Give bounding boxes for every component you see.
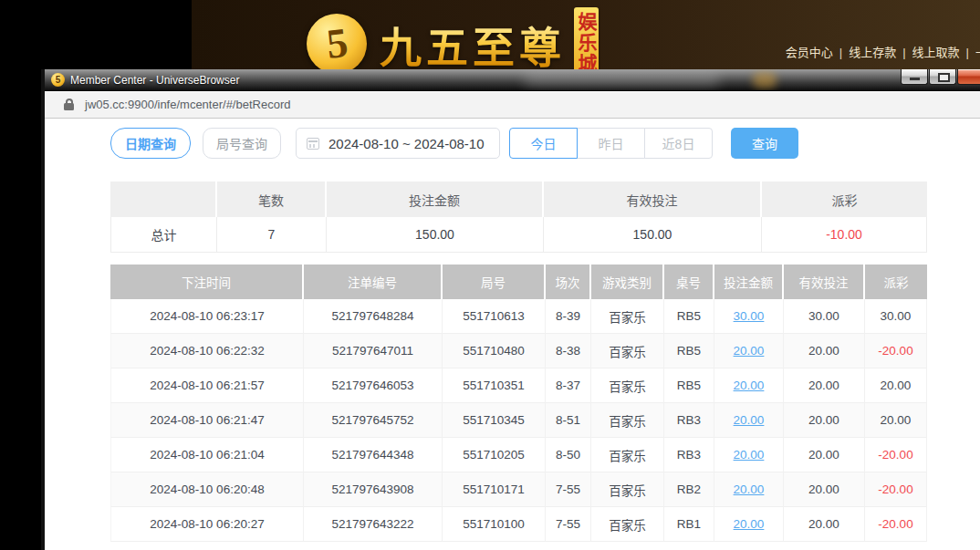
cell-game_type: 百家乐 [591,403,664,438]
browser-window: 5 Member Center - UniverseBrowser ✕ jw05… [41,69,980,550]
col-header-session: 场次 [546,265,591,299]
nav-link[interactable]: 线上存款 [849,46,896,59]
window-controls: ✕ [901,69,980,85]
round-query-button[interactable]: 局号查询 [203,128,281,159]
cell-bet_amount[interactable]: 20.00 [714,507,784,542]
cell-session: 8-51 [546,403,591,438]
col-header-payout: 派彩 [762,182,927,217]
cell-payout: 20.00 [865,403,927,438]
cell-game_type: 百家乐 [591,368,664,403]
address-bar[interactable]: jw05.cc:9900/infe/mcenter/#/betRecord [45,91,980,119]
cell-valid_bet: 20.00 [784,507,865,542]
cell-session: 8-50 [546,438,591,472]
cell-payout: -20.00 [865,334,927,368]
cell-game_type: 百家乐 [591,507,664,542]
cell-round_id: 551710351 [443,368,546,403]
cell-payout: -20.00 [865,472,927,507]
date-query-button[interactable]: 日期查询 [110,128,191,159]
cell-table_no: RB5 [664,368,714,403]
cell-time: 2024-08-10 06:20:27 [110,507,304,542]
last8days-button[interactable]: 近8日 [644,128,713,159]
cell-game_type: 百家乐 [591,334,664,368]
cell-round_id: 551710171 [443,472,546,507]
window-titlebar[interactable]: 5 Member Center - UniverseBrowser ✕ [45,69,980,91]
search-button[interactable]: 查询 [731,128,798,159]
col-header-bet_amount: 投注金额 [327,182,544,217]
page-content: 日期查询 局号查询 2024-08-10 ~ 2024-08-10 今日 昨日 … [45,119,980,550]
col-header-valid_bet: 有效投注 [784,265,865,299]
cell-valid_bet: 20.00 [784,403,865,438]
cell-round_id: 551710345 [443,403,546,438]
cell-bet_amount[interactable]: 20.00 [714,472,784,507]
cell-bet_id: 521797645752 [304,403,443,438]
cell-session: 7-55 [546,472,591,507]
cell-time: 2024-08-10 06:21:47 [110,403,304,438]
window-title: Member Center - UniverseBrowser [70,74,239,87]
col-header-valid_bet: 有效投注 [544,182,762,217]
cell-game_type: 百家乐 [591,472,664,507]
cell-payout: 20.00 [865,368,927,403]
cell-round_id: 551710100 [443,507,546,542]
top-nav: 会员中心|线上存款|线上取款|一 [786,43,980,60]
cell-session: 8-39 [546,299,591,334]
col-header-label [110,182,217,217]
cell-bet_id: 521797647011 [304,334,443,368]
cell-time: 2024-08-10 06:21:04 [110,438,304,472]
cell-table_no: RB3 [664,403,714,438]
bet-record-row: 2024-08-10 06:21:47521797645752551710345… [110,403,927,438]
cell-time: 2024-08-10 06:23:17 [110,299,304,334]
cell-table_no: RB1 [664,507,714,542]
logo-number: 5 [324,18,349,68]
cell-bet_amount[interactable]: 20.00 [714,368,784,403]
cell-round_id: 551710480 [443,334,546,368]
date-range-value: 2024-08-10 ~ 2024-08-10 [328,136,485,151]
col-header-game_type: 游戏类别 [591,265,664,299]
yesterday-button[interactable]: 昨日 [577,128,645,159]
nav-link[interactable]: 线上取款 [912,46,960,59]
maximize-button[interactable] [929,69,956,85]
col-header-time: 下注时间 [110,265,304,299]
col-header-bet_id: 注单编号 [304,265,443,299]
date-range-input[interactable]: 2024-08-10 ~ 2024-08-10 [296,128,500,159]
lock-icon [64,103,74,110]
bet-records-table: 下注时间注单编号局号场次游戏类别桌号投注金额有效投注派彩2024-08-10 0… [110,265,927,542]
nav-separator: | [966,46,969,59]
nav-link[interactable]: 一 [975,46,980,59]
cell-game_type: 百家乐 [591,438,664,472]
aero-glass-blur [753,72,777,88]
today-button[interactable]: 今日 [509,128,578,159]
cell-valid_bet: 150.00 [544,217,762,253]
nav-separator: | [902,46,905,59]
bet-record-row: 2024-08-10 06:20:27521797643222551710100… [110,507,927,542]
close-button[interactable]: ✕ [957,69,980,85]
cell-payout: 30.00 [865,299,927,334]
cell-bet_id: 521797646053 [304,368,443,403]
cell-payout: -20.00 [865,438,927,472]
bet-record-row: 2024-08-10 06:21:57521797646053551710351… [110,368,927,403]
minimize-button[interactable] [901,69,928,85]
cell-bet_amount[interactable]: 20.00 [714,334,784,368]
bet-record-row: 2024-08-10 06:21:04521797644348551710205… [110,438,927,472]
cell-round_id: 551710613 [443,299,546,334]
cell-bet_amount[interactable]: 20.00 [714,438,784,472]
aero-glass-blur [524,74,720,87]
cell-bet_amount[interactable]: 20.00 [714,403,784,438]
calendar-icon [307,138,319,150]
cell-bet_id: 521797644348 [304,438,443,472]
url-text[interactable]: jw05.cc:9900/infe/mcenter/#/betRecord [85,98,290,111]
cell-table_no: RB2 [664,472,714,507]
cell-bet_amount[interactable]: 30.00 [714,299,784,334]
cell-session: 7-55 [546,507,591,542]
cell-valid_bet: 30.00 [784,299,865,334]
nav-link[interactable]: 会员中心 [786,46,833,59]
cell-table_no: RB5 [664,299,714,334]
nav-separator: | [839,46,842,59]
summary-table: 笔数投注金额有效投注派彩总计7150.00150.00-10.00 [110,182,927,253]
desktop: 5 九五至尊 娱乐城 会员中心|线上存款|线上取款|一 5 Member Cen… [0,0,980,550]
cell-payout: -10.00 [762,217,927,253]
logo-5-icon: 5 [307,14,367,74]
cell-time: 2024-08-10 06:20:48 [110,472,304,507]
cell-bet_amount: 150.00 [327,217,544,253]
col-header-bet_amount: 投注金额 [714,265,784,299]
cell-bet_id: 521797648284 [304,299,443,334]
